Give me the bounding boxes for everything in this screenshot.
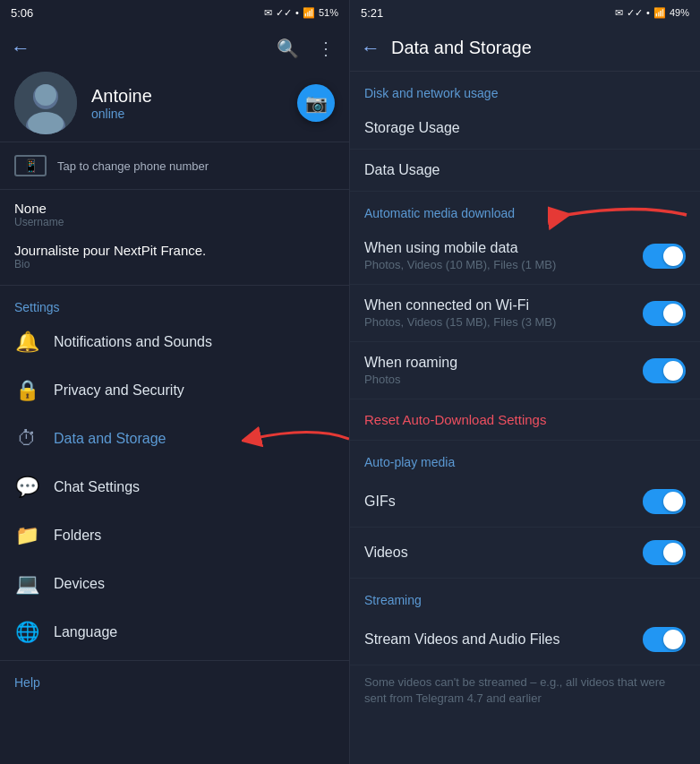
videos-toggle[interactable] [643, 540, 686, 565]
section-streaming-header: Streaming [350, 579, 700, 614]
status-bar-left: 5:06 ✉ ✓✓ • 📶 51% [0, 0, 349, 25]
menu-label-devices: Devices [54, 576, 335, 592]
profile-name: Antoine [91, 86, 283, 107]
devices-icon: 💻 [14, 572, 39, 596]
phone-row[interactable]: 📱 Tap to change phone number [0, 146, 349, 185]
mobile-data-toggle[interactable] [643, 244, 686, 269]
language-icon: 🌐 [14, 621, 39, 644]
bio-label: Bio [14, 258, 335, 270]
left-panel: 5:06 ✉ ✓✓ • 📶 51% ← 🔍 ⋮ Antoine [0, 0, 350, 764]
phone-label: Tap to change phone number [57, 159, 209, 173]
wifi-subtitle: Photos, Videos (15 MB), Files (3 MB) [364, 315, 643, 329]
videos-play-info: Videos [364, 545, 643, 561]
back-button-right[interactable]: ← [361, 37, 380, 60]
divider-1 [0, 142, 349, 142]
storage-usage-title: Storage Usage [364, 120, 460, 136]
menu-label-folders: Folders [54, 528, 335, 544]
stream-videos-info: Stream Videos and Audio Files [364, 631, 643, 648]
menu-item-folders[interactable]: 📁 Folders [0, 511, 349, 560]
section-auto-media-header: Automatic media download [350, 192, 700, 227]
menu-item-language[interactable]: 🌐 Language [0, 608, 349, 657]
menu-label-language: Language [54, 624, 335, 640]
mobile-data-subtitle: Photos, Videos (10 MB), Files (1 MB) [364, 258, 643, 271]
profile-status: online [91, 107, 283, 121]
back-button-left[interactable]: ← [11, 37, 30, 60]
roaming-item[interactable]: When roaming Photos [350, 342, 700, 399]
status-time-right: 5:21 [361, 6, 383, 20]
roaming-title: When roaming [364, 355, 643, 371]
menu-item-devices[interactable]: 💻 Devices [0, 560, 349, 608]
top-bar-right: ← Data and Storage [350, 25, 700, 72]
data-usage-item[interactable]: Data Usage [350, 150, 700, 192]
section-disk-header: Disk and network usage [350, 72, 700, 107]
wifi-info: When connected on Wi-Fi Photos, Videos (… [364, 297, 643, 329]
menu-label-privacy: Privacy and Security [54, 382, 335, 399]
menu-item-privacy[interactable]: 🔒 Privacy and Security [0, 366, 349, 415]
search-icon-left[interactable]: 🔍 [273, 34, 303, 63]
stream-videos-toggle[interactable] [643, 627, 686, 652]
storage-usage-item[interactable]: Storage Usage [350, 107, 700, 150]
stream-videos-title: Stream Videos and Audio Files [364, 631, 643, 648]
status-time-left: 5:06 [11, 6, 33, 20]
wifi-toggle[interactable] [643, 301, 686, 326]
page-title-right: Data and Storage [391, 38, 532, 58]
right-panel: 5:21 ✉ ✓✓ • 📶 49% ← Data and Storage Dis… [350, 0, 700, 764]
chat-icon: 💬 [14, 476, 39, 499]
divider-4 [0, 660, 349, 661]
bio-row: Journaliste pour NextPit France. Bio [0, 236, 349, 281]
status-icons-left: ✉ ✓✓ • 📶 51% [264, 7, 338, 19]
notifications-icon: 🔔 [14, 330, 39, 354]
username-value: None [14, 201, 335, 216]
menu-item-notifications[interactable]: 🔔 Notifications and Sounds [0, 318, 349, 366]
menu-item-data[interactable]: ⏱ Data and Storage [0, 415, 349, 463]
folders-icon: 📁 [14, 524, 39, 547]
username-label: Username [14, 216, 335, 228]
mobile-data-info: When using mobile data Photos, Videos (1… [364, 240, 643, 271]
gifs-toggle[interactable] [643, 489, 686, 514]
svg-point-4 [28, 112, 64, 134]
divider-3 [0, 285, 349, 286]
right-content: Disk and network usage Storage Usage Dat… [350, 72, 700, 764]
gifs-info: GIFs [364, 494, 643, 510]
status-bar-right: 5:21 ✉ ✓✓ • 📶 49% [350, 0, 700, 25]
mobile-data-title: When using mobile data [364, 240, 643, 256]
data-usage-title: Data Usage [364, 162, 440, 178]
settings-section-title: Settings [0, 289, 349, 318]
gifs-title: GIFs [364, 494, 643, 510]
data-storage-icon: ⏱ [14, 427, 39, 451]
menu-label-notifications: Notifications and Sounds [54, 334, 335, 350]
roaming-toggle[interactable] [643, 358, 686, 383]
privacy-icon: 🔒 [14, 379, 39, 402]
username-row: None Username [0, 193, 349, 236]
roaming-info: When roaming Photos [364, 355, 643, 386]
videos-play-title: Videos [364, 545, 643, 561]
svg-point-3 [35, 84, 56, 106]
stream-videos-item[interactable]: Stream Videos and Audio Files [350, 614, 700, 665]
data-usage-info: Data Usage [364, 162, 440, 178]
status-icons-right: ✉ ✓✓ • 📶 49% [615, 7, 689, 19]
avatar[interactable] [14, 72, 77, 134]
mobile-data-item[interactable]: When using mobile data Photos, Videos (1… [350, 227, 700, 285]
help-label: Help [0, 665, 349, 693]
streaming-note: Some videos can't be streamed – e.g., al… [350, 665, 700, 716]
menu-item-chat[interactable]: 💬 Chat Settings [0, 463, 349, 511]
section-autoplay-header: Auto-play media [350, 441, 700, 476]
divider-2 [0, 189, 349, 190]
storage-usage-info: Storage Usage [364, 120, 460, 136]
menu-label-data: Data and Storage [54, 431, 335, 447]
roaming-subtitle: Photos [364, 373, 643, 386]
menu-label-chat: Chat Settings [54, 479, 335, 495]
more-options-icon[interactable]: ⋮ [313, 34, 338, 63]
wifi-title: When connected on Wi-Fi [364, 297, 643, 313]
profile-row: Antoine online 📷 [0, 72, 349, 134]
auto-media-section: Automatic media download [350, 192, 700, 227]
top-bar-left: ← 🔍 ⋮ [0, 25, 349, 72]
profile-info: Antoine online [91, 86, 283, 121]
reset-auto-download[interactable]: Reset Auto-Download Settings [350, 399, 700, 441]
camera-button[interactable]: 📷 [297, 84, 335, 122]
gifs-item[interactable]: GIFs [350, 476, 700, 528]
phone-icon: 📱 [14, 155, 47, 176]
bio-value: Journaliste pour NextPit France. [14, 243, 335, 258]
videos-play-item[interactable]: Videos [350, 528, 700, 579]
wifi-item[interactable]: When connected on Wi-Fi Photos, Videos (… [350, 285, 700, 342]
